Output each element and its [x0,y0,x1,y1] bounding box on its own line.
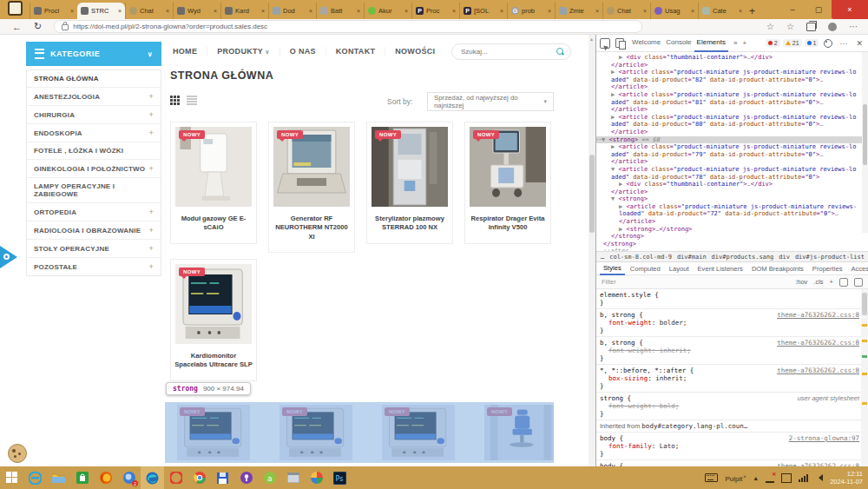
elements-scrollbar[interactable] [862,52,868,233]
css-property[interactable]: font-weight: inherit; [600,347,859,354]
crumb-overflow[interactable]: … [601,254,604,261]
search-input[interactable] [459,47,556,56]
tab-close-icon[interactable]: × [261,8,265,14]
nav-item-produkty[interactable]: PRODUKTY ∨ [207,47,279,56]
tree-node[interactable]: ▶ <article class="product-miniature js-p… [598,114,859,129]
inspect-element-icon[interactable] [600,38,610,49]
browser-tab[interactable]: P[SOL× [459,3,507,19]
product-card[interactable]: NOWYSterylizator plazmowy STERRAD 100 NX [366,122,453,244]
taskbar-icon-edge[interactable] [141,466,164,489]
profile-avatar[interactable] [828,23,837,31]
product-name[interactable]: Generator RF NEUROTHERM NT2000 XI [269,211,354,252]
hover-state-button[interactable]: :hov [795,278,807,286]
tree-node[interactable]: </article> [598,129,859,136]
rule-selector[interactable]: element.style [600,291,651,299]
sidebar-item[interactable]: STRONA GŁÓWNA [27,70,161,88]
taskbar-clock[interactable]: 12:11 2024-11-07 [830,470,863,486]
browser-tab[interactable]: Gprob× [507,3,555,19]
browser-tab[interactable]: Cate× [698,3,746,19]
tree-node[interactable]: ▶ <div class="thumbnail-container">…</di… [598,181,859,188]
device-toolbar-icon[interactable] [615,38,624,48]
taskbar-icon-chrome[interactable] [187,466,211,489]
sidebar-item[interactable]: CHIRURGIA+ [27,106,161,124]
styles-tab-layout[interactable]: Layout [666,262,693,274]
rule-selector[interactable]: strong [600,394,623,402]
volume-icon[interactable] [815,474,823,481]
stylesheet-link[interactable]: theme-a76326262.css:8 [777,339,859,347]
url-text[interactable]: https://dol-med.pl/pl/2-strona-glowna?or… [73,23,267,30]
taskbar-icon-firefox[interactable] [94,466,117,489]
taskbar-icon-floppy[interactable] [211,466,234,489]
expand-plus-icon[interactable]: + [149,262,154,271]
issue-badge-warn[interactable]: 21 [783,39,802,47]
browser-tab[interactable]: Proci× [30,3,77,19]
taskbar-icon-ps[interactable]: Ps [328,466,352,489]
back-button[interactable]: ← [12,22,22,32]
devtools-close-icon[interactable]: ✕ [854,39,865,48]
tab-close-icon[interactable]: × [739,8,742,14]
breadcrumb-item[interactable]: div [779,254,790,261]
expand-plus-icon[interactable]: + [149,208,154,216]
taskbar-icon-folder[interactable] [47,466,70,489]
sidebar-item[interactable]: STOŁY OPERACYJNE+ [27,240,161,258]
product-card[interactable]: NOWYModuł gazowy GE E-sCAiO [170,122,257,244]
expand-plus-icon[interactable]: + [149,244,154,253]
nav-item-o-nas[interactable]: O NAS [279,47,326,56]
tree-node[interactable]: </article> [598,83,859,91]
tree-node[interactable]: ::after [598,248,859,251]
css-property[interactable]: box-sizing: inherit; [600,374,859,382]
taskbar-icon-greena[interactable]: a [258,466,281,489]
browser-tab[interactable]: Wyd× [173,3,220,19]
sidebar-item[interactable]: FOTELE , ŁÓŻKA I WÓZKI [27,142,161,160]
page-scrollbar[interactable]: ▲ [589,35,595,466]
tree-node[interactable]: ▶ <article class="product-miniature js-p… [598,203,859,218]
sidebar-item[interactable]: RADIOLOGIA I OBRAZOWANIE+ [27,221,161,240]
taskbar-icon-ie[interactable] [23,466,47,489]
nav-item-home[interactable]: HOME [163,47,207,56]
tab-close-icon[interactable]: × [595,8,599,14]
issue-badge-info[interactable]: 1 [805,39,819,47]
tree-node[interactable]: ▶ <article class="product-miniature js-p… [598,91,859,106]
more-tabs-icon[interactable]: » [733,39,737,47]
product-name[interactable]: Respirator Drager Evita Infinity V500 [465,211,550,243]
stylesheet-link[interactable]: theme-a76326262.css:8 [777,311,859,319]
breadcrumb-item[interactable]: col-sm-8.col-md-9 [609,254,672,261]
devtools-settings-icon[interactable] [824,39,832,48]
favorites-icon[interactable]: ☆ [786,22,794,31]
product-name[interactable]: Kardiomonitor Spacelabs Ultracare SLP [171,348,256,380]
taskbar-icon-mail[interactable]: 2 [117,466,141,489]
tree-node[interactable]: ▼ <article class="product-miniature js-p… [598,166,859,181]
tree-node[interactable]: ▶ <article class="product-miniature js-p… [598,69,859,83]
sidebar-item[interactable]: LAMPY OPERACYJNE I ZABIEGOWE [27,178,161,203]
taskbar-icon-start[interactable] [0,466,23,489]
product-card[interactable]: NOWYKardiomonitor Spacelabs Ultracare SL… [170,259,257,381]
taskbar-icon-store[interactable] [70,466,94,489]
css-property[interactable]: font-family: Lato; [600,442,859,450]
browser-menu-icon[interactable]: ··· [849,22,858,31]
styles-tab-properties[interactable]: Properties [809,262,846,274]
stylesheet-link[interactable]: 2-strona-glowna:97 [789,434,859,442]
tree-node[interactable]: ▶ <div class="thumbnail-container">…</di… [598,54,859,62]
product-card[interactable]: NOWYRespirator Drager Evita Infinity V50… [464,122,551,244]
breadcrumb-item[interactable]: div#main [677,254,707,261]
tree-node[interactable]: </article> [598,62,859,69]
styles-tab-accessibility[interactable]: Accessibility [847,262,868,274]
sort-dropdown[interactable]: Sprzedaż, od najwyższej do najniższej ▾ [427,92,554,111]
browser-tab[interactable]: Chat× [602,3,650,19]
expand-plus-icon[interactable]: + [149,92,154,101]
tree-node[interactable]: ▶ <article class="product-miniature js-p… [598,143,859,158]
new-tab-button[interactable]: + [749,5,755,17]
devtools-tab-welcome[interactable]: Welcome [629,35,663,50]
devtools-tab-elements[interactable]: Elements [694,35,728,52]
tree-node[interactable]: </strong> [598,241,859,248]
collections-icon[interactable] [806,23,816,31]
styles-tab-dom-breakpoints[interactable]: DOM Breakpoints [748,262,807,274]
product-name[interactable]: Sterylizator plazmowy STERRAD 100 NX [367,211,452,243]
browser-tab[interactable]: Akur× [364,3,411,19]
browser-tab[interactable]: Kard× [220,3,268,19]
css-property[interactable]: font-weight: bold; [600,402,859,410]
devtools-tab-console[interactable]: Console [663,35,694,50]
cookie-consent-icon[interactable] [8,444,27,463]
browser-tab[interactable]: STRC× [77,3,125,19]
browser-logo-icon[interactable] [8,1,23,16]
